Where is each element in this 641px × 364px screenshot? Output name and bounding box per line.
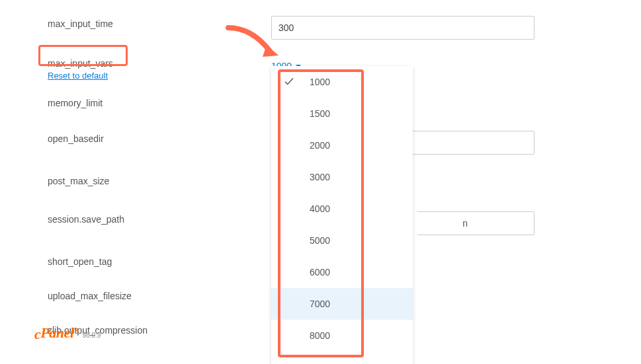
session-save-path-field[interactable] [417,211,534,235]
dropdown-option-text: 2000 [310,140,330,151]
check-icon [283,75,296,89]
reset-to-default-link[interactable]: Reset to default [48,71,271,81]
setting-label: open_basedir [0,127,271,151]
version-text: 98.0.9 [83,332,101,339]
setting-label: memory_limit [0,91,271,115]
setting-label: upload_max_filesize [0,284,271,308]
dropdown-option[interactable]: 5000 [271,225,413,256]
dropdown-option-text: 7000 [310,299,330,309]
dropdown-option-text: 5000 [310,235,330,246]
dropdown-option-text: 6000 [310,267,330,277]
dropdown-option-text: 4000 [310,203,330,214]
dropdown-option[interactable]: 4000 [271,193,413,225]
dropdown-option[interactable]: 9000 [271,351,413,364]
dropdown-option-text: 1000 [310,77,330,87]
setting-label: session.save_path [0,207,271,231]
setting-value-cell [271,12,641,44]
setting-label: max_input_vars Reset to default [0,54,271,87]
setting-label-text: max_input_vars [48,58,113,69]
dropdown-option[interactable]: 2000 [271,129,413,161]
dropdown-option-text: 8000 [310,330,330,341]
dropdown-option-text: 1500 [310,108,330,119]
setting-label: max_input_time [0,12,271,36]
cpanel-logo: cPanel® [34,324,79,343]
dropdown-option[interactable]: 1000 [271,66,413,98]
dropdown-option[interactable]: 1500 [271,98,413,129]
setting-label: post_max_size [0,169,271,193]
footer: cPanel® 98.0.9 [34,324,101,343]
dropdown-option[interactable]: 3000 [271,161,413,193]
max-input-vars-dropdown[interactable]: 1000150020003000400050006000700080009000 [271,66,413,364]
dropdown-option[interactable]: 6000 [271,256,413,288]
setting-row-max-input-time: max_input_time [0,12,641,44]
dropdown-option[interactable]: 8000 [271,320,413,351]
max-input-time-field[interactable] [271,16,534,40]
dropdown-option-text: 3000 [310,172,330,182]
setting-label: short_open_tag [0,250,271,273]
dropdown-option[interactable]: 7000 [271,288,413,320]
